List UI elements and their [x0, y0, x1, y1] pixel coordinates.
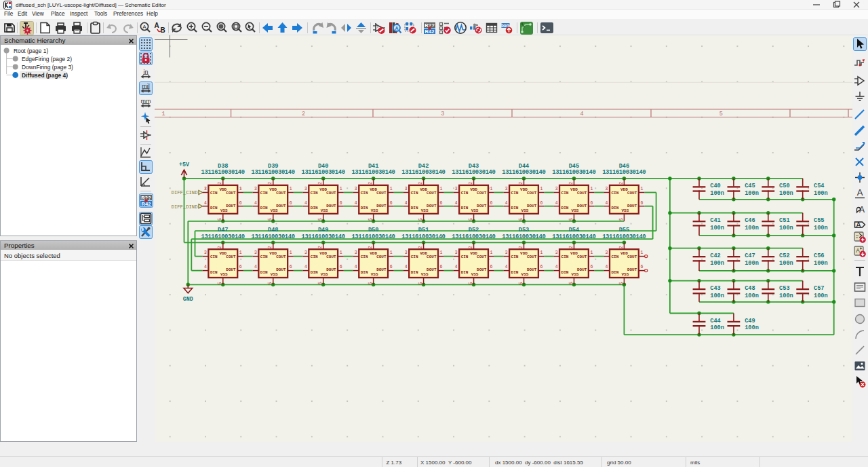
- svg-text:GND: GND: [183, 296, 193, 303]
- svg-text:1: 1: [161, 111, 165, 117]
- svg-text:1: 1: [290, 250, 292, 255]
- svg-text:VSS: VSS: [421, 272, 429, 277]
- svg-text:VSS: VSS: [572, 272, 579, 277]
- svg-text:5: 5: [418, 218, 423, 221]
- svg-text:DIN: DIN: [210, 270, 218, 275]
- svg-text:2: 2: [469, 182, 473, 185]
- svg-text:D45: D45: [569, 163, 579, 170]
- svg-text:5: 5: [368, 282, 373, 284]
- svg-text:4: 4: [355, 201, 357, 206]
- svg-text:D52: D52: [469, 227, 479, 234]
- svg-text:1311610030140: 1311610030140: [252, 234, 296, 240]
- svg-text:VSS: VSS: [220, 272, 228, 277]
- svg-text:1311610030140: 1311610030140: [552, 169, 596, 176]
- svg-text:1311610030140: 1311610030140: [502, 234, 546, 240]
- svg-text:A: A: [154, 22, 159, 29]
- svg-text:1: 1: [640, 250, 643, 255]
- svg-text:CIN: CIN: [612, 255, 619, 259]
- svg-text:1311610030140: 1311610030140: [602, 169, 646, 176]
- svg-text:CIN: CIN: [361, 255, 368, 259]
- svg-text:CIN: CIN: [411, 255, 418, 259]
- svg-text:1: 1: [640, 187, 643, 191]
- svg-text:1311610030140: 1311610030140: [401, 169, 446, 176]
- svg-text:6: 6: [290, 265, 292, 269]
- svg-text:COUT: COUT: [527, 191, 537, 195]
- svg-text:Diffused (page 4): Diffused (page 4): [22, 72, 68, 79]
- svg-text:COUT: COUT: [326, 191, 336, 195]
- svg-text:6: 6: [340, 201, 342, 206]
- svg-text:VSS: VSS: [371, 208, 378, 213]
- svg-text:C46: C46: [745, 217, 755, 224]
- svg-text:VSS: VSS: [572, 208, 579, 213]
- svg-text:3: 3: [204, 187, 207, 191]
- svg-text:COUT: COUT: [427, 255, 437, 259]
- svg-text:+5V: +5V: [179, 162, 190, 168]
- svg-text:2: 2: [519, 246, 524, 248]
- svg-text:VSS: VSS: [521, 272, 529, 277]
- svg-text:4: 4: [254, 201, 257, 206]
- svg-text:A: A: [395, 26, 398, 31]
- svg-text:1311610030140: 1311610030140: [351, 234, 395, 240]
- svg-text:CIN: CIN: [210, 255, 218, 259]
- svg-text:Root (page 1): Root (page 1): [14, 48, 48, 54]
- svg-text:A: A: [856, 221, 861, 229]
- svg-text:2: 2: [218, 246, 222, 248]
- svg-text:6: 6: [590, 201, 593, 206]
- svg-text:100n: 100n: [814, 190, 828, 197]
- svg-text:5: 5: [469, 218, 473, 221]
- svg-text:DIN: DIN: [461, 270, 469, 275]
- svg-text:3: 3: [606, 250, 608, 255]
- svg-text:4: 4: [606, 201, 608, 206]
- svg-text:DIN: DIN: [511, 206, 519, 210]
- svg-text:4: 4: [355, 265, 357, 269]
- svg-text:3: 3: [405, 187, 408, 191]
- svg-text:2: 2: [268, 246, 273, 248]
- svg-text:COUT: COUT: [577, 191, 587, 195]
- svg-text:4: 4: [204, 265, 207, 269]
- svg-text:2: 2: [368, 182, 373, 185]
- svg-text:C51: C51: [779, 217, 789, 224]
- svg-text:D42: D42: [418, 163, 429, 170]
- svg-text:VSS: VSS: [621, 208, 629, 213]
- svg-text:C44: C44: [710, 318, 720, 324]
- svg-text:4: 4: [204, 201, 207, 206]
- svg-text:COUT: COUT: [276, 191, 286, 195]
- svg-text:D50: D50: [368, 227, 378, 234]
- svg-text:5: 5: [519, 218, 524, 221]
- svg-text:100n: 100n: [814, 225, 828, 231]
- svg-text:VSS: VSS: [271, 272, 278, 277]
- svg-text:4: 4: [555, 265, 558, 269]
- svg-text:5: 5: [368, 218, 373, 221]
- svg-text:5: 5: [268, 282, 273, 284]
- svg-text:1311610030140: 1311610030140: [602, 234, 646, 240]
- svg-text:6: 6: [340, 265, 342, 269]
- svg-text:1: 1: [390, 250, 393, 255]
- svg-text:100n: 100n: [710, 324, 724, 331]
- svg-text:DOUT: DOUT: [326, 204, 336, 208]
- svg-text:COUT: COUT: [627, 255, 637, 259]
- svg-text:1: 1: [590, 187, 593, 191]
- svg-text:6: 6: [390, 265, 393, 269]
- svg-text:CIN: CIN: [511, 255, 519, 259]
- svg-text:2: 2: [469, 246, 473, 248]
- svg-text:DownFiring (page 3): DownFiring (page 3): [22, 64, 73, 71]
- svg-text:6: 6: [640, 265, 643, 269]
- svg-text:3: 3: [455, 187, 458, 191]
- svg-text:DIN: DIN: [561, 206, 569, 210]
- svg-text:CIN: CIN: [612, 191, 619, 195]
- svg-text:COUT: COUT: [376, 255, 387, 259]
- svg-text:2: 2: [318, 246, 323, 248]
- svg-text:CIN: CIN: [210, 191, 218, 195]
- svg-text:CIN: CIN: [561, 191, 569, 195]
- svg-text:C43: C43: [710, 285, 720, 292]
- svg-text:1311610030140: 1311610030140: [301, 169, 345, 176]
- svg-text:C41: C41: [710, 217, 720, 224]
- svg-text:3: 3: [505, 187, 508, 191]
- svg-text:6: 6: [390, 201, 393, 206]
- svg-text:5: 5: [418, 282, 423, 284]
- svg-text:VSS: VSS: [220, 208, 228, 213]
- svg-text:5: 5: [519, 282, 524, 284]
- svg-text:100n: 100n: [814, 260, 828, 267]
- svg-text:6: 6: [239, 265, 242, 269]
- svg-text:B: B: [160, 26, 165, 34]
